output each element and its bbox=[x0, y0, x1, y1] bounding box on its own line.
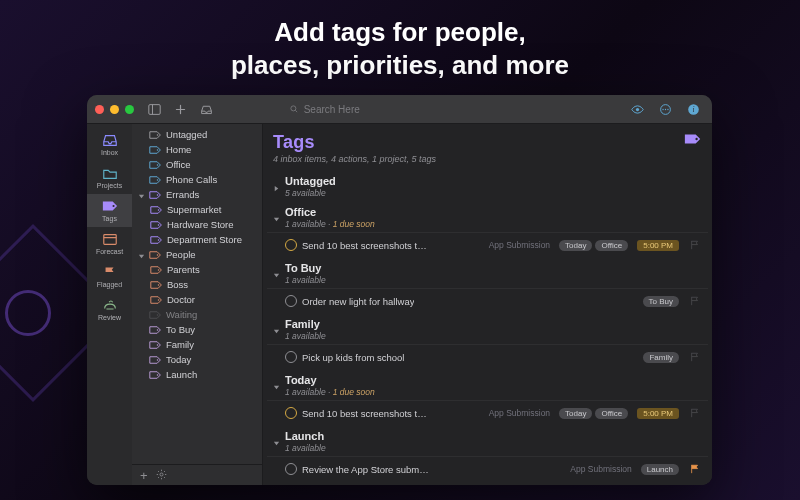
sidebar-tag-supermarket[interactable]: Supermarket bbox=[132, 202, 262, 217]
view-button[interactable] bbox=[628, 99, 648, 119]
task-row[interactable]: Pick up kids from schoolFamily bbox=[267, 344, 708, 369]
sidebar-tag-boss[interactable]: Boss bbox=[132, 277, 262, 292]
tag-label: Office bbox=[166, 159, 191, 170]
task-checkbox[interactable] bbox=[285, 295, 297, 307]
chip[interactable]: Today bbox=[559, 408, 592, 419]
flag-button[interactable] bbox=[688, 464, 702, 474]
sidebar-tag-department-store[interactable]: Department Store bbox=[132, 232, 262, 247]
search-field[interactable]: Search Here bbox=[289, 104, 489, 115]
sidebar-tag-hardware-store[interactable]: Hardware Store bbox=[132, 217, 262, 232]
group-header-today[interactable]: Today bbox=[267, 369, 708, 387]
info-button[interactable]: i bbox=[684, 99, 704, 119]
rail-label: Inbox bbox=[101, 149, 118, 156]
add-tag-button[interactable]: + bbox=[140, 469, 148, 482]
group-header-to-buy[interactable]: To Buy bbox=[267, 257, 708, 275]
group-header-untagged[interactable]: Untagged bbox=[267, 170, 708, 188]
svg-point-26 bbox=[157, 329, 159, 331]
sidebar-tag-waiting[interactable]: Waiting bbox=[132, 307, 262, 322]
review-icon bbox=[101, 298, 119, 312]
svg-point-24 bbox=[158, 299, 160, 301]
task-checkbox[interactable] bbox=[285, 239, 297, 251]
sidebar-tag-doctor[interactable]: Doctor bbox=[132, 292, 262, 307]
sidebar-tag-home[interactable]: Home bbox=[132, 142, 262, 157]
rail-label: Projects bbox=[97, 182, 122, 189]
tag-sidebar: UntaggedHomeOfficePhone CallsErrandsSupe… bbox=[132, 124, 263, 485]
rail-review[interactable]: Review bbox=[87, 293, 132, 326]
task-checkbox[interactable] bbox=[285, 463, 297, 475]
flag-button[interactable] bbox=[688, 296, 702, 306]
close-button[interactable] bbox=[95, 105, 104, 114]
rail-flagged[interactable]: Flagged bbox=[87, 260, 132, 293]
sidebar-tag-to-buy[interactable]: To Buy bbox=[132, 322, 262, 337]
inbox-button[interactable] bbox=[196, 99, 216, 119]
flag-button[interactable] bbox=[688, 352, 702, 362]
disclosure-icon[interactable] bbox=[273, 377, 280, 384]
sidebar-toggle-button[interactable] bbox=[144, 99, 164, 119]
chip[interactable]: Family bbox=[643, 352, 679, 363]
chip[interactable]: Office bbox=[595, 408, 628, 419]
group-name: Untagged bbox=[285, 175, 336, 187]
group-header-office[interactable]: Office bbox=[267, 201, 708, 219]
sidebar-tag-office[interactable]: Office bbox=[132, 157, 262, 172]
sidebar-tag-today[interactable]: Today bbox=[132, 352, 262, 367]
task-row[interactable]: Send 10 best screenshots t…App Submissio… bbox=[267, 232, 708, 257]
search-placeholder: Search Here bbox=[304, 104, 360, 115]
disclosure-icon[interactable] bbox=[138, 251, 145, 258]
task-name: Send 10 best screenshots t… bbox=[302, 408, 427, 419]
tag-label: Supermarket bbox=[167, 204, 221, 215]
window-controls bbox=[95, 105, 134, 114]
flag-button[interactable] bbox=[688, 408, 702, 418]
group-subtitle: 1 available bbox=[267, 443, 708, 456]
task-checkbox[interactable] bbox=[285, 407, 297, 419]
minimize-button[interactable] bbox=[110, 105, 119, 114]
tag-icon bbox=[684, 132, 702, 150]
sidebar-tag-parents[interactable]: Parents bbox=[132, 262, 262, 277]
svg-point-23 bbox=[158, 284, 160, 286]
rail-projects[interactable]: Projects bbox=[87, 161, 132, 194]
svg-point-16 bbox=[157, 179, 159, 181]
disclosure-icon[interactable] bbox=[273, 433, 280, 440]
task-checkbox[interactable] bbox=[285, 351, 297, 363]
rail-forecast[interactable]: Forecast bbox=[87, 227, 132, 260]
tags-icon bbox=[101, 199, 119, 213]
svg-point-27 bbox=[157, 344, 159, 346]
svg-point-19 bbox=[158, 224, 160, 226]
svg-point-22 bbox=[158, 269, 160, 271]
rail-label: Forecast bbox=[96, 248, 123, 255]
sidebar-settings-button[interactable] bbox=[156, 469, 167, 482]
chip[interactable]: Launch bbox=[641, 464, 679, 475]
svg-point-3 bbox=[636, 107, 639, 110]
rail-inbox[interactable]: Inbox bbox=[87, 128, 132, 161]
rail-tags[interactable]: Tags bbox=[87, 194, 132, 227]
task-time: 5:00 PM bbox=[637, 240, 679, 251]
sidebar-tag-untagged[interactable]: Untagged bbox=[132, 127, 262, 142]
maximize-button[interactable] bbox=[125, 105, 134, 114]
sidebar-tag-phone-calls[interactable]: Phone Calls bbox=[132, 172, 262, 187]
disclosure-icon[interactable] bbox=[273, 265, 280, 272]
chip[interactable]: Office bbox=[595, 240, 628, 251]
sidebar-tag-errands[interactable]: Errands bbox=[132, 187, 262, 202]
add-button[interactable] bbox=[170, 99, 190, 119]
disclosure-icon[interactable] bbox=[138, 191, 145, 198]
group-subtitle: 5 available bbox=[267, 188, 708, 201]
sidebar-tag-people[interactable]: People bbox=[132, 247, 262, 262]
chip[interactable]: Today bbox=[559, 240, 592, 251]
tag-icon bbox=[149, 370, 162, 380]
task-tags: Launch bbox=[641, 464, 679, 475]
sidebar-tag-launch[interactable]: Launch bbox=[132, 367, 262, 382]
group-header-launch[interactable]: Launch bbox=[267, 425, 708, 443]
disclosure-icon[interactable] bbox=[273, 321, 280, 328]
sidebar-tag-family[interactable]: Family bbox=[132, 337, 262, 352]
more-button[interactable] bbox=[656, 99, 676, 119]
task-row[interactable]: Order new light for hallwayTo Buy bbox=[267, 288, 708, 313]
flag-button[interactable] bbox=[688, 240, 702, 250]
tag-label: Errands bbox=[166, 189, 199, 200]
disclosure-icon[interactable] bbox=[273, 178, 280, 185]
task-row[interactable]: Review the App Store subm…App Submission… bbox=[267, 456, 708, 481]
chip[interactable]: To Buy bbox=[643, 296, 679, 307]
tag-label: Launch bbox=[166, 369, 197, 380]
group-header-family[interactable]: Family bbox=[267, 313, 708, 331]
svg-rect-0 bbox=[148, 104, 159, 114]
task-row[interactable]: Send 10 best screenshots t…App Submissio… bbox=[267, 400, 708, 425]
disclosure-icon[interactable] bbox=[273, 209, 280, 216]
